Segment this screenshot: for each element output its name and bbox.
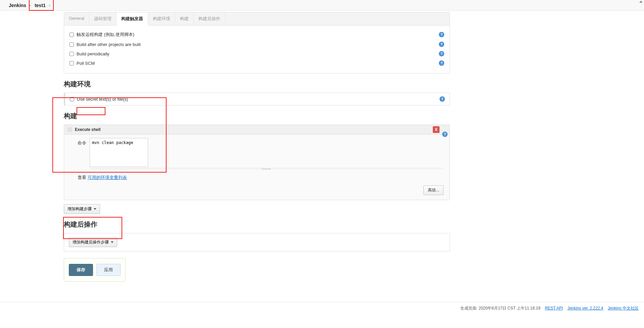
command-label: 命令 <box>78 138 86 146</box>
advanced-button[interactable]: 高级... <box>423 185 444 195</box>
help-icon[interactable]: ? <box>442 132 448 137</box>
footer-community-link[interactable]: Jenkins 中文社区 <box>608 306 639 311</box>
add-post-build-step-label: 增加构建后操作步骤 <box>73 239 109 245</box>
help-icon[interactable]: ? <box>439 60 444 66</box>
advanced-row: 高级... <box>78 185 444 195</box>
trigger-poll-scm-label: Poll SCM <box>77 61 439 66</box>
add-build-step-label: 增加构建步骤 <box>67 206 92 212</box>
env-vars-link[interactable]: 可用的环境变量列表 <box>88 175 127 180</box>
save-button[interactable]: 保存 <box>69 264 93 276</box>
trigger-row: Poll SCM ? <box>70 58 444 68</box>
section-build-env-title: 构建环境 <box>64 80 450 89</box>
use-secret-checkbox[interactable] <box>70 97 74 101</box>
build-step-header: Execute shell <box>64 125 450 135</box>
footer-gen-text: 生成页面: 2020年6月17日 CST 上午11:16:19 <box>460 306 541 311</box>
chevron-right-icon: ▸ <box>49 3 51 7</box>
trigger-row: Build after other projects are built ? <box>70 40 444 49</box>
help-icon[interactable]: ? <box>439 32 444 37</box>
use-secret-label: Use secret text(s) or file(s) <box>77 97 440 102</box>
help-icon[interactable]: ? <box>439 51 444 56</box>
tab-build-env[interactable]: 构建环境 <box>148 12 175 25</box>
add-post-build-step-button[interactable]: 增加构建后操作步骤 <box>69 237 117 247</box>
delete-build-step-button[interactable]: X <box>433 126 440 133</box>
breadcrumb-item[interactable]: test1 <box>31 3 49 8</box>
see-text: 查看 <box>78 175 88 180</box>
trigger-remote-checkbox[interactable] <box>70 33 74 37</box>
footer-version-link[interactable]: Jenkins ver. 2.222.4 <box>567 306 603 311</box>
trigger-build-after-checkbox[interactable] <box>70 42 74 47</box>
build-env-panel: Use secret text(s) or file(s) ? <box>64 93 450 105</box>
help-icon[interactable]: ? <box>439 42 444 47</box>
trigger-row: Build periodically ? <box>70 49 444 58</box>
breadcrumb-root[interactable]: Jenkins <box>5 3 30 8</box>
tab-build[interactable]: 构建 <box>175 12 194 25</box>
trigger-periodic-label: Build periodically <box>77 51 439 56</box>
tab-post-build[interactable]: 构建后操作 <box>194 12 225 25</box>
tab-build-triggers[interactable]: 构建触发器 <box>117 12 148 26</box>
build-step-title: Execute shell <box>75 127 101 132</box>
save-apply-bar: 保存 应用 <box>64 258 126 282</box>
command-row: 命令 <box>78 138 444 170</box>
section-post-build-title: 构建后操作 <box>64 220 450 229</box>
trigger-periodic-checkbox[interactable] <box>70 52 74 56</box>
main-content: General 源码管理 构建触发器 构建环境 构建 构建后操作 触发远程构建 … <box>64 12 450 282</box>
build-step-execute-shell: Execute shell X ? 命令 查看 可用的环境变量列表 高级... <box>64 125 450 200</box>
trigger-build-after-label: Build after other projects are built <box>77 42 439 47</box>
footer-rest-api-link[interactable]: REST API <box>545 306 563 311</box>
add-build-step-button[interactable]: 增加构建步骤 <box>64 204 100 214</box>
triggers-panel: 触发远程构建 (例如,使用脚本) ? Build after other pro… <box>64 26 450 74</box>
breadcrumb-bar: Jenkins ▸ test1 ▸ <box>0 0 644 11</box>
apply-button[interactable]: 应用 <box>96 264 121 276</box>
resize-grip[interactable] <box>90 168 444 170</box>
trigger-poll-scm-checkbox[interactable] <box>70 61 74 65</box>
help-icon[interactable]: ? <box>440 96 445 102</box>
section-build-title: 构建 <box>64 111 450 121</box>
tab-scm[interactable]: 源码管理 <box>89 12 117 25</box>
trigger-remote-label: 触发远程构建 (例如,使用脚本) <box>77 32 439 38</box>
env-link-row: 查看 可用的环境变量列表 <box>78 175 444 181</box>
config-tabs: General 源码管理 构建触发器 构建环境 构建 构建后操作 <box>64 12 450 26</box>
caret-down-icon <box>111 241 113 243</box>
caret-down-icon <box>94 208 96 210</box>
tab-general[interactable]: General <box>64 12 89 25</box>
scroll-top-icon[interactable] <box>639 1 643 3</box>
drag-handle-icon[interactable] <box>67 127 72 132</box>
build-step-body: 命令 查看 可用的环境变量列表 高级... <box>64 135 450 200</box>
trigger-row: 触发远程构建 (例如,使用脚本) ? <box>70 30 444 40</box>
page-footer: 生成页面: 2020年6月17日 CST 上午11:16:19 REST API… <box>0 302 644 315</box>
command-textarea[interactable] <box>90 138 148 167</box>
